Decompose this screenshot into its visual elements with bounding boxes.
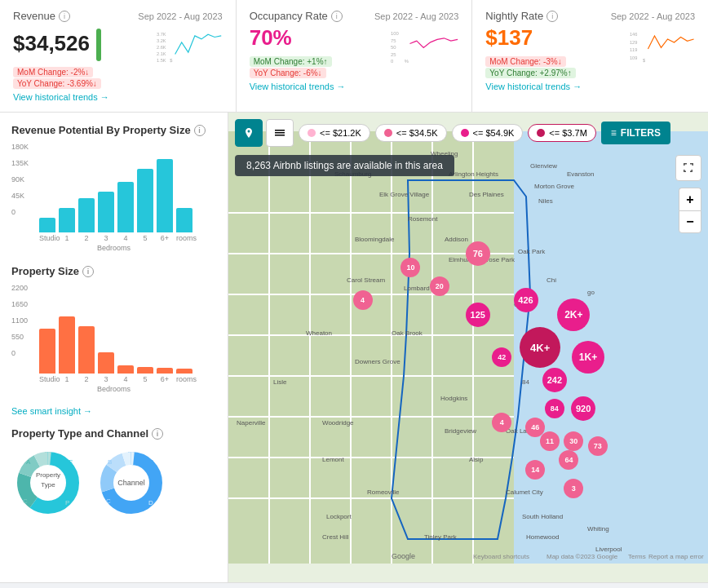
map-pin[interactable]: 4K+ [520, 327, 560, 368]
legend-pill-3[interactable]: <= $54.9K [452, 124, 524, 142]
rev-y5: 180K [11, 143, 29, 151]
map-expand-btn[interactable] [675, 155, 701, 181]
map-pin[interactable]: 920 [571, 396, 595, 421]
legend-pill-4[interactable]: <= $3.7M [528, 124, 595, 142]
rev-xlabel-1: 1 [59, 234, 75, 242]
zoom-in-btn[interactable]: + [679, 188, 701, 210]
property-size-info[interactable]: i [82, 266, 94, 277]
map-pin[interactable]: 73 [588, 436, 608, 456]
revenue-by-size-chart: 180K 135K 90K 45K 0 Studi [11, 143, 216, 252]
map-pin-view-btn[interactable] [235, 119, 263, 147]
svg-text:Type: Type [41, 481, 55, 489]
occupancy-trends-link[interactable]: View historical trends → [250, 82, 391, 91]
revenue-by-size-info[interactable]: i [194, 125, 206, 136]
map-pins-container: 10762044261252K+4K+421K+2428492044611307… [228, 113, 708, 582]
svg-text:0: 0 [391, 59, 394, 64]
size-y3: 1100 [11, 316, 28, 325]
map-pin[interactable]: 4 [353, 290, 373, 310]
size-xlabel-1: 1 [59, 375, 75, 383]
rev-bar-4 [117, 182, 134, 232]
legend-pill-2[interactable]: <= $34.5K [375, 124, 447, 142]
nightly-info-icon[interactable]: i [546, 11, 558, 22]
map-pin[interactable]: 30 [564, 431, 583, 451]
occupancy-yoy: YoY Change: -6%↓ [250, 68, 326, 78]
map-pin[interactable]: 242 [542, 368, 567, 392]
map-pin[interactable]: 2K+ [557, 298, 590, 331]
occupancy-chart: 100 75 50 25 0 % [391, 25, 459, 66]
nightly-date: Sep 2022 - Aug 2023 [611, 11, 695, 21]
filters-label: FILTERS [621, 127, 661, 139]
rev-bar-6plus [157, 159, 173, 232]
map-pin[interactable]: 14 [525, 460, 545, 480]
occupancy-title: Occupancy Rate [250, 10, 328, 22]
property-type-channel-title: Property Type and Channel [11, 427, 148, 440]
smart-insight-link[interactable]: See smart insight → [11, 406, 216, 416]
legend-label-4: <= $3.7M [549, 128, 586, 138]
property-type-donut: Property Type E A C P [11, 446, 85, 519]
map-pin[interactable]: 20 [430, 276, 449, 296]
map-pin[interactable]: 1K+ [572, 341, 604, 374]
svg-text:A: A [26, 458, 31, 466]
rev-y2: 45K [11, 192, 29, 200]
map-pin[interactable]: 64 [559, 450, 578, 470]
rev-y4: 135K [11, 159, 29, 167]
map-pin[interactable]: 11 [540, 431, 560, 451]
map-background[interactable]: Wheeling Schaumburg Arlington Heights Gl… [228, 113, 708, 582]
svg-text:C: C [106, 497, 111, 505]
occupancy-date: Sep 2022 - Aug 2023 [374, 11, 458, 21]
size-xlabel-rooms: rooms [176, 375, 192, 383]
size-xlabel-4: 4 [117, 375, 134, 383]
legend-dot-4 [537, 129, 545, 137]
map-listing-notice: 8,263 Airbnb listings are available in t… [235, 155, 454, 176]
legend-dot-1 [308, 129, 316, 137]
rev-bar-studio [39, 218, 55, 232]
nightly-card: Nightly Rate i Sep 2022 - Aug 2023 $137 … [472, 0, 708, 112]
property-type-channel-info[interactable]: i [152, 428, 163, 440]
size-bar-6plus [157, 368, 173, 374]
svg-text:25: 25 [391, 52, 396, 57]
rev-xaxis-label: Bedrooms [11, 244, 216, 252]
svg-text:C: C [23, 497, 28, 505]
zoom-out-btn[interactable]: − [679, 210, 701, 233]
svg-text:3.7K: 3.7K [157, 32, 166, 37]
size-xlabel-2: 2 [78, 375, 95, 383]
revenue-info-icon[interactable]: i [59, 11, 70, 22]
revenue-card: Revenue i Sep 2022 - Aug 2023 $34,526 Mo… [0, 0, 237, 112]
svg-text:A: A [150, 458, 155, 466]
svg-text:119: 119 [630, 47, 637, 52]
svg-text:146: 146 [630, 32, 637, 37]
svg-text:2.6K: 2.6K [157, 45, 166, 50]
map-pin[interactable]: 10 [400, 258, 420, 277]
revenue-trends-link[interactable]: View historical trends → [13, 92, 157, 102]
map-pin[interactable]: 3 [564, 479, 583, 498]
nightly-chart: 146 129 119 109 $ [630, 25, 695, 66]
map-pin[interactable]: 426 [514, 288, 538, 312]
map-pin[interactable]: 42 [492, 347, 511, 367]
revenue-bar [96, 29, 101, 61]
size-xlabel-studio: Studio [39, 375, 55, 383]
rev-bar-rooms [176, 208, 192, 232]
map-pin[interactable]: 76 [466, 241, 490, 266]
rev-bar-3 [98, 192, 114, 232]
nightly-value: $137 [485, 25, 533, 50]
rev-bar-1 [59, 208, 75, 232]
legend-pill-1[interactable]: <= $21.2K [299, 124, 370, 142]
rev-bar-5 [137, 169, 153, 232]
svg-text:$: $ [643, 58, 646, 63]
filters-button[interactable]: ≡ FILTERS [601, 122, 670, 144]
map-pin[interactable]: 4 [492, 413, 511, 432]
rev-xlabel-6plus: 6+ [157, 234, 173, 242]
rev-xlabel-rooms: rooms [176, 234, 192, 242]
svg-text:2.1K: 2.1K [157, 51, 166, 56]
map-pin[interactable]: 84 [545, 399, 564, 418]
map-pin[interactable]: 125 [466, 303, 490, 327]
svg-text:$: $ [170, 58, 173, 63]
svg-text:P: P [65, 499, 69, 506]
bottom-bar: ∨ EXPORT [0, 582, 708, 588]
svg-text:Channel: Channel [117, 479, 145, 487]
size-bar-3 [98, 352, 114, 374]
map-list-view-btn[interactable] [266, 119, 294, 147]
legend-label-2: <= $34.5K [396, 128, 438, 138]
occupancy-info-icon[interactable]: i [331, 11, 343, 22]
nightly-trends-link[interactable]: View historical trends → [485, 82, 629, 91]
